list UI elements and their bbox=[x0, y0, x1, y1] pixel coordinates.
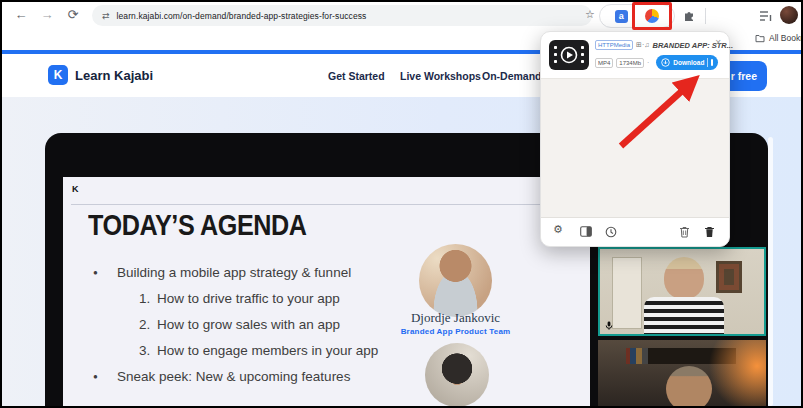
bullet-marker: 3. bbox=[139, 343, 157, 358]
background-picture bbox=[716, 261, 742, 293]
kajabi-logo-icon: K bbox=[48, 65, 68, 85]
participant-head bbox=[666, 366, 712, 408]
slide-title: TODAY’S AGENDA bbox=[88, 208, 307, 242]
site-logo-text: Learn Kajabi bbox=[75, 68, 153, 83]
speaker-photo bbox=[419, 244, 492, 317]
folder-icon bbox=[755, 34, 765, 43]
all-bookmarks-button[interactable]: All Bookm bbox=[755, 33, 803, 43]
agenda-list: ● Building a mobile app strategy & funne… bbox=[93, 265, 378, 384]
trash-outline-icon[interactable] bbox=[679, 226, 690, 238]
toolbar-separator bbox=[705, 8, 706, 24]
profile-avatar[interactable] bbox=[780, 6, 798, 24]
side-panel-icon[interactable] bbox=[580, 226, 592, 237]
list-item: ● Sneak peek: New & upcoming features bbox=[93, 369, 378, 384]
speaker-name: Djordje Jankovic bbox=[388, 310, 523, 326]
bullet-marker: 1. bbox=[139, 291, 157, 306]
background-door bbox=[612, 257, 642, 329]
extensions-puzzle-icon[interactable] bbox=[683, 9, 696, 22]
screenshot-root: ← → ⟳ ⇄ learn.kajabi.com/on-demand/brand… bbox=[0, 0, 803, 408]
source-badge: HTTPMedia bbox=[595, 40, 633, 50]
bullet-marker: 2. bbox=[139, 317, 157, 332]
bullet-text: Sneak peek: New & upcoming features bbox=[117, 369, 350, 384]
bookmark-star-icon[interactable]: ☆ bbox=[585, 8, 595, 21]
mic-icon bbox=[605, 321, 613, 330]
nav-live-workshops[interactable]: Live Workshops bbox=[400, 70, 481, 82]
media-info-row: HTTPMedia ⊞·♫ BRANDED APP: STR... bbox=[595, 40, 733, 50]
list-item: ● Building a mobile app strategy & funne… bbox=[93, 265, 378, 280]
back-icon[interactable]: ← bbox=[12, 7, 30, 22]
media-thumbnail-icon bbox=[549, 40, 589, 70]
annotation-highlight-box bbox=[632, 2, 672, 30]
bullet-text: Building a mobile app strategy & funnel bbox=[117, 265, 351, 280]
nav-get-started[interactable]: Get Started bbox=[328, 70, 385, 82]
bullet-marker: ● bbox=[93, 265, 117, 280]
annotation-arrow bbox=[597, 60, 717, 160]
site-logo[interactable]: K Learn Kajabi bbox=[48, 65, 153, 85]
settings-gear-icon[interactable]: ⚙ bbox=[553, 223, 563, 236]
address-bar[interactable]: ⇄ learn.kajabi.com/on-demand/branded-app… bbox=[92, 5, 592, 26]
popup-toolbar: ⚙ bbox=[541, 219, 729, 246]
history-clock-icon[interactable] bbox=[605, 226, 617, 238]
site-swap-icon: ⇄ bbox=[102, 11, 110, 21]
video-participant-active bbox=[598, 247, 766, 336]
list-item: 1. How to drive traffic to your app bbox=[139, 291, 378, 306]
presentation-slide: K TODAY’S AGENDA ● Building a mobile app… bbox=[63, 177, 590, 406]
bullet-marker: ● bbox=[93, 369, 117, 384]
trash-filled-icon[interactable] bbox=[704, 226, 715, 238]
bullet-text: How to drive traffic to your app bbox=[157, 291, 340, 306]
bullet-text: How to grow sales with an app bbox=[157, 317, 340, 332]
all-bookmarks-label: All Bookm bbox=[769, 33, 803, 43]
background-lamp-glow bbox=[708, 340, 766, 408]
nav-on-demand[interactable]: On-Demand bbox=[482, 70, 542, 82]
bullet-text: How to engage members in your app bbox=[157, 343, 378, 358]
forward-icon[interactable]: → bbox=[38, 7, 56, 22]
player-edge-highlight bbox=[768, 137, 773, 406]
refresh-icon[interactable]: ⟳ bbox=[64, 7, 82, 22]
media-type-icons: ⊞·♫ bbox=[636, 41, 649, 49]
video-participant-2 bbox=[598, 340, 766, 408]
translate-icon[interactable]: a bbox=[615, 10, 628, 23]
slide-divider bbox=[71, 204, 583, 205]
reading-list-icon[interactable] bbox=[759, 10, 772, 22]
speaker-role: Branded App Product Team bbox=[388, 327, 523, 336]
close-icon[interactable]: × bbox=[715, 37, 721, 48]
speaker-photo-2 bbox=[425, 343, 489, 406]
participant-striped-shirt bbox=[644, 297, 724, 336]
slide-logo-mark: K bbox=[72, 184, 79, 194]
list-item: 3. How to engage members in your app bbox=[139, 343, 378, 358]
url-text[interactable]: learn.kajabi.com/on-demand/branded-app-s… bbox=[117, 11, 367, 21]
browser-toolbar: ← → ⟳ ⇄ learn.kajabi.com/on-demand/brand… bbox=[2, 2, 801, 30]
participant-head bbox=[664, 257, 704, 299]
list-item: 2. How to grow sales with an app bbox=[139, 317, 378, 332]
